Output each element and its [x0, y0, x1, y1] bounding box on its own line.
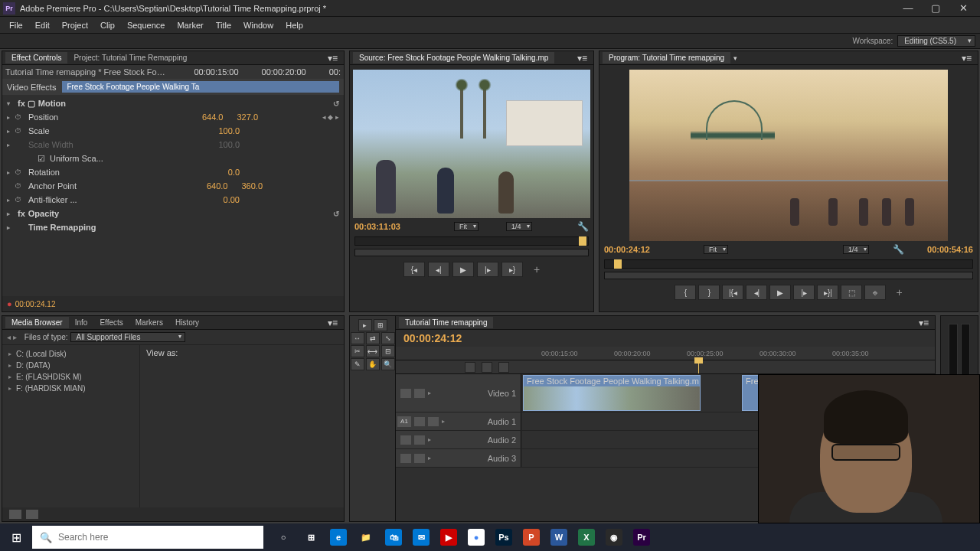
drive-c[interactable]: C: (Local Disk) — [2, 348, 139, 360]
opacity-group[interactable]: Opacity — [28, 209, 59, 218]
timeline-timecode[interactable]: 00:00:24:12 — [396, 330, 935, 347]
taskbar-obs[interactable]: ◉ — [600, 523, 628, 551]
source-video-preview[interactable] — [353, 70, 590, 218]
go-in-button[interactable]: |{◂ — [722, 285, 743, 300]
extract-button[interactable]: ⎆ — [864, 285, 886, 300]
settings-icon[interactable] — [498, 362, 509, 373]
fx-icon[interactable]: fx ▢ — [18, 99, 35, 109]
menu-clip[interactable]: Clip — [94, 19, 121, 31]
selected-clip-name[interactable]: Free Stock Footage People Walking Ta — [62, 81, 339, 93]
panel-menu-icon[interactable]: ▾≡ — [959, 53, 975, 64]
tab-sequence[interactable]: Tutorial Time remapping — [399, 317, 493, 328]
program-timecode[interactable]: 00:00:24:12 — [604, 245, 650, 254]
tab-markers[interactable]: Markers — [129, 317, 169, 328]
source-zoom-dropdown[interactable]: 1/4 — [506, 222, 533, 231]
slip-tool[interactable]: ⟷ — [366, 345, 380, 357]
reset-icon[interactable]: ↺ — [333, 210, 339, 218]
rate-tool[interactable]: ⤡ — [381, 332, 395, 344]
step-back-button[interactable]: ◂| — [746, 285, 767, 300]
taskbar-excel[interactable]: X — [573, 523, 600, 551]
taskbar-photoshop[interactable]: Ps — [490, 523, 518, 551]
antiflicker-value[interactable]: 0.00 — [224, 195, 240, 204]
lock-icon[interactable] — [428, 417, 439, 426]
mark-in-button[interactable]: { — [675, 285, 696, 300]
add-button-icon[interactable]: + — [534, 263, 540, 276]
panel-menu-icon[interactable]: ▾≡ — [574, 53, 590, 64]
program-zoom-dropdown[interactable]: 1/4 — [843, 245, 870, 254]
panel-menu-icon[interactable]: ▾≡ — [325, 318, 341, 328]
maximize-button[interactable]: ▢ — [922, 1, 949, 16]
rolling-tool[interactable]: ⇄ — [366, 332, 380, 344]
wrench-icon[interactable]: 🔧 — [577, 221, 589, 232]
minimize-button[interactable]: — — [894, 1, 922, 16]
taskbar-mail[interactable]: ✉ — [407, 523, 435, 551]
slide-tool[interactable]: ⊟ — [381, 345, 395, 357]
search-input[interactable] — [58, 532, 256, 543]
program-in-out-bar[interactable] — [604, 259, 973, 269]
marker-icon[interactable] — [482, 362, 492, 373]
menu-file[interactable]: File — [3, 19, 29, 31]
source-fit-dropdown[interactable]: Fit — [454, 222, 479, 231]
tab-effects[interactable]: Effects — [93, 317, 129, 328]
tab-program[interactable]: Program: Tutorial Time remapping — [603, 52, 730, 64]
menu-help[interactable]: Help — [279, 19, 309, 31]
menu-marker[interactable]: Marker — [171, 19, 209, 31]
snap-icon[interactable] — [465, 362, 475, 373]
add-button-icon[interactable]: + — [896, 286, 902, 298]
stopwatch-icon[interactable]: ⏱ — [15, 113, 25, 121]
panel-menu-icon[interactable]: ▾≡ — [325, 53, 341, 64]
nav-back-icon[interactable]: ◂ ▸ — [7, 333, 17, 341]
step-fwd-button[interactable]: |▸ — [793, 285, 815, 300]
play-button[interactable]: ▶ — [769, 285, 791, 300]
lock-icon[interactable] — [414, 389, 425, 398]
file-type-dropdown[interactable]: All Supported Files — [70, 332, 185, 342]
zoom-tool[interactable]: 🔍 — [381, 358, 395, 370]
source-timecode[interactable]: 00:03:11:03 — [354, 222, 400, 231]
taskbar-cortana[interactable]: ○ — [270, 523, 297, 551]
go-out-button[interactable]: ▸}| — [817, 285, 838, 300]
eye-icon[interactable] — [400, 389, 411, 398]
tab-effect-controls[interactable]: Effect Controls — [5, 52, 67, 64]
taskbar-search[interactable]: 🔍 — [32, 526, 263, 549]
track-select-tool[interactable]: ⊞ — [374, 319, 387, 331]
program-scrub-bar[interactable] — [604, 272, 973, 279]
mute-icon[interactable] — [414, 417, 425, 426]
rotation-value[interactable]: 0.0 — [228, 168, 240, 177]
taskbar-store[interactable]: 🛍 — [380, 523, 407, 551]
position-x[interactable]: 644.0 — [202, 112, 224, 122]
drive-d[interactable]: D: (DATA) — [2, 360, 139, 371]
timeline-clip-1[interactable]: Free Stock Footage People Walking Talkin… — [523, 375, 701, 411]
drive-e[interactable]: E: (FLASHDISK M) — [2, 371, 139, 383]
time-ruler[interactable]: 00:00:15:00 00:00:20:00 00:00:25:00 00:0… — [396, 347, 935, 360]
mark-out-button[interactable]: ▸} — [501, 262, 523, 277]
wrench-icon[interactable]: 🔧 — [893, 244, 904, 255]
program-video-preview[interactable] — [629, 70, 948, 241]
step-back-button[interactable]: ◂| — [428, 262, 449, 277]
drive-f[interactable]: F: (HARDISK MIAN) — [2, 383, 139, 394]
playhead[interactable] — [698, 360, 699, 373]
reset-icon[interactable]: ↺ — [333, 99, 339, 108]
taskbar-chrome[interactable]: ● — [462, 523, 490, 551]
anchor-x[interactable]: 640.0 — [207, 181, 228, 191]
ec-footer-time[interactable]: 00:00:24.12 — [15, 300, 56, 308]
workspace-dropdown[interactable]: Editing (CS5.5) — [897, 35, 975, 47]
stopwatch-icon[interactable]: ⏱ — [15, 196, 25, 204]
start-button[interactable]: ⊞ — [0, 523, 32, 551]
razor-tool[interactable]: ✂ — [351, 345, 364, 357]
menu-sequence[interactable]: Sequence — [121, 19, 172, 31]
source-in-out-bar[interactable] — [354, 236, 589, 246]
taskbar-taskview[interactable]: ⊞ — [297, 523, 325, 551]
tab-history[interactable]: History — [169, 317, 205, 328]
taskbar-edge[interactable]: e — [325, 523, 352, 551]
taskbar-explorer[interactable]: 📁 — [352, 523, 380, 551]
menu-window[interactable]: Window — [237, 19, 279, 31]
play-button[interactable]: ▶ — [452, 262, 474, 277]
taskbar-word[interactable]: W — [545, 523, 573, 551]
audio-tag[interactable]: A1 — [397, 416, 411, 427]
pen-tool[interactable]: ✎ — [351, 358, 364, 370]
selection-tool[interactable]: ▸ — [358, 319, 372, 331]
menu-edit[interactable]: Edit — [29, 19, 56, 31]
menu-project[interactable]: Project — [56, 19, 94, 31]
stopwatch-icon[interactable]: ⏱ — [15, 127, 25, 135]
taskbar-premiere[interactable]: Pr — [628, 523, 655, 551]
